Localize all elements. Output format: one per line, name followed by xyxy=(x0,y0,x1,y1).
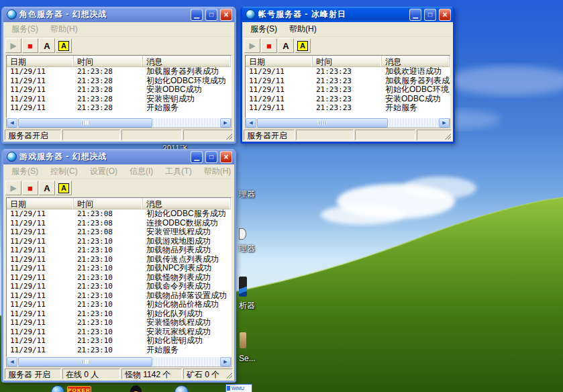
col-time[interactable]: 时间 xyxy=(74,56,143,66)
table-row[interactable]: 11/29/11 21:23:10 开始服务 xyxy=(7,346,231,355)
table-row[interactable]: 11/29/11 21:23:23 初始化ODBC环境成功 xyxy=(246,85,450,95)
col-time[interactable]: 时间 xyxy=(313,56,382,66)
scrollbar-thumb[interactable] xyxy=(18,118,152,128)
start-service-button[interactable]: ▶ xyxy=(5,38,21,53)
menu-item[interactable]: 服务(S) xyxy=(5,21,44,37)
table-row[interactable]: 11/29/11 21:23:10 加载传送点列表成功 xyxy=(7,255,231,264)
menubar: 服务(S)控制(C)设置(O)信息(I)工具(T)帮助(H) xyxy=(3,164,234,179)
table-row[interactable]: 11/29/11 21:23:10 加载物品掉落设置成功 xyxy=(7,291,231,301)
table-row[interactable]: 11/29/11 21:23:08 连接ODBC数据成功 xyxy=(7,219,231,228)
resize-grip-icon[interactable] xyxy=(223,131,232,140)
scroll-left-icon[interactable]: ◀ xyxy=(7,357,17,366)
col-time[interactable]: 时间 xyxy=(74,198,143,209)
table-row[interactable]: 11/29/11 21:23:23 开始服务 xyxy=(246,103,450,113)
start-service-button[interactable]: ▶ xyxy=(244,38,260,53)
table-row[interactable]: 11/29/11 21:23:28 开始服务 xyxy=(7,103,231,113)
status-server-state: 服务器开启 xyxy=(244,130,295,140)
table-row[interactable]: 11/29/11 21:23:10 初始化密钥成功 xyxy=(7,336,231,346)
menu-item[interactable]: 帮助(H) xyxy=(44,21,84,37)
start-service-button[interactable]: ▶ xyxy=(5,181,21,195)
scrollbar-thumb[interactable] xyxy=(257,118,388,128)
table-row[interactable]: 11/29/11 21:23:28 加载服务器列表成功 xyxy=(7,67,231,77)
play-icon: ▶ xyxy=(10,41,16,50)
desktop-icon-fragment[interactable] xyxy=(239,277,247,297)
menu-item[interactable]: 控制(C) xyxy=(44,164,84,179)
status-panel xyxy=(417,130,452,140)
font-button[interactable]: A xyxy=(39,181,55,195)
col-date[interactable]: 日期 xyxy=(7,198,74,209)
menu-item[interactable]: 设置(O) xyxy=(84,164,123,179)
minimize-button[interactable]: ▁ xyxy=(191,9,203,21)
table-row[interactable]: 11/29/11 21:23:10 初始化物品价格成功 xyxy=(7,300,231,309)
scroll-right-icon[interactable]: ▶ xyxy=(439,118,450,128)
table-row[interactable]: 11/29/11 21:23:23 安装ODBC成功 xyxy=(246,95,450,104)
status-panel xyxy=(183,130,233,140)
close-button[interactable]: × xyxy=(220,9,232,21)
table-row[interactable]: 11/29/11 21:23:10 加载NPC列表成功 xyxy=(7,264,231,273)
col-date[interactable]: 日期 xyxy=(7,56,74,66)
maximize-button[interactable]: □ xyxy=(424,9,436,21)
col-date[interactable]: 日期 xyxy=(246,56,313,66)
table-row[interactable]: 11/29/11 21:23:10 加载怪物列表成功 xyxy=(7,273,231,283)
table-row[interactable]: 11/29/11 21:23:23 加载欢迎语成功 xyxy=(246,67,450,77)
maximize-button[interactable]: □ xyxy=(205,9,217,21)
app-icon xyxy=(7,152,17,162)
col-message[interactable]: 消息 xyxy=(143,56,231,66)
table-row[interactable]: 11/29/11 21:23:23 加载服务器列表成功 xyxy=(246,77,450,86)
menu-item[interactable]: 服务(S) xyxy=(244,21,283,37)
menu-item[interactable]: 工具(T) xyxy=(159,164,197,179)
minimize-button[interactable]: ▁ xyxy=(409,9,421,21)
font-highlight-button[interactable]: A xyxy=(56,38,72,53)
close-button[interactable]: × xyxy=(439,9,451,21)
desktop-icon-label[interactable]: 理器 xyxy=(239,243,255,254)
table-body: 11/29/11 21:23:28 加载服务器列表成功 11/29/11 21:… xyxy=(7,67,231,113)
menu-item[interactable]: 帮助(H) xyxy=(198,164,238,179)
table-row[interactable]: 11/29/11 21:23:10 加载物品列表成功 xyxy=(7,246,231,255)
titlebar[interactable]: 角色服务器 - 幻想决战 ▁ □ × xyxy=(3,7,234,22)
scroll-left-icon[interactable]: ◀ xyxy=(246,118,256,128)
close-button[interactable]: × xyxy=(220,151,232,163)
resize-grip-icon[interactable] xyxy=(223,370,232,379)
scrollbar-thumb[interactable] xyxy=(18,357,152,366)
table-row[interactable]: 11/29/11 21:23:10 安装玩家线程成功 xyxy=(7,328,231,337)
table-row[interactable]: 11/29/11 21:23:28 安装ODBC成功 xyxy=(7,85,231,95)
font-highlight-icon: A xyxy=(297,41,308,51)
col-message[interactable]: 消息 xyxy=(143,198,231,209)
resize-grip-icon[interactable] xyxy=(442,131,451,140)
desktop-icon-label[interactable]: Se... xyxy=(239,354,256,363)
desktop-icon-label[interactable]: 析器 xyxy=(239,300,255,311)
table-row[interactable]: 11/29/11 21:23:08 初始化ODBC服务成功 xyxy=(7,209,231,219)
font-highlight-button[interactable]: A xyxy=(56,181,72,195)
desktop-icon-fragment[interactable] xyxy=(240,332,246,348)
font-highlight-button[interactable]: A xyxy=(295,38,311,53)
poker-icon[interactable]: POKER xyxy=(67,386,91,392)
table-row[interactable]: 11/29/11 21:23:10 加载游戏地图成功 xyxy=(7,237,231,246)
desktop-icon-fragment[interactable] xyxy=(239,228,246,240)
table-row[interactable]: 11/29/11 21:23:10 初始化队列成功 xyxy=(7,309,231,319)
scroll-left-icon[interactable]: ◀ xyxy=(7,118,17,128)
stop-service-button[interactable]: ■ xyxy=(22,181,38,195)
titlebar[interactable]: 游戏服务器 - 幻想决战 ▁ □ × xyxy=(3,149,234,164)
mini-window-icon[interactable]: WiMU xyxy=(225,384,252,392)
desktop-icon-label[interactable]: 理器 xyxy=(239,189,255,200)
table-row[interactable]: 11/29/11 21:23:10 加载命令列表成功 xyxy=(7,282,231,291)
window-title: 角色服务器 - 幻想决战 xyxy=(19,9,188,20)
table-row[interactable]: 11/29/11 21:23:08 安装管理线程成功 xyxy=(7,228,231,237)
menu-item[interactable]: 服务(S) xyxy=(5,164,44,179)
scroll-right-icon[interactable]: ▶ xyxy=(220,357,231,366)
col-message[interactable]: 消息 xyxy=(382,56,450,66)
table-row[interactable]: 11/29/11 21:23:28 初始化ODBC环境成功 xyxy=(7,77,231,86)
menu-item[interactable]: 信息(I) xyxy=(123,164,159,179)
font-highlight-icon: A xyxy=(58,41,69,51)
table-row[interactable]: 11/29/11 21:23:10 安装怪物线程成功 xyxy=(7,318,231,328)
font-button[interactable]: A xyxy=(39,38,55,53)
menu-item[interactable]: 帮助(H) xyxy=(283,21,323,37)
table-row[interactable]: 11/29/11 21:23:28 安装密钥成功 xyxy=(7,95,231,104)
stop-service-button[interactable]: ■ xyxy=(22,38,38,53)
stop-service-button[interactable]: ■ xyxy=(261,38,277,53)
scroll-right-icon[interactable]: ▶ xyxy=(220,118,231,128)
maximize-button[interactable]: □ xyxy=(205,151,217,163)
titlebar[interactable]: 帐号服务器 - 冰峰射日 ▁ □ × xyxy=(242,7,453,22)
minimize-button[interactable]: ▁ xyxy=(191,151,203,163)
font-button[interactable]: A xyxy=(278,38,294,53)
